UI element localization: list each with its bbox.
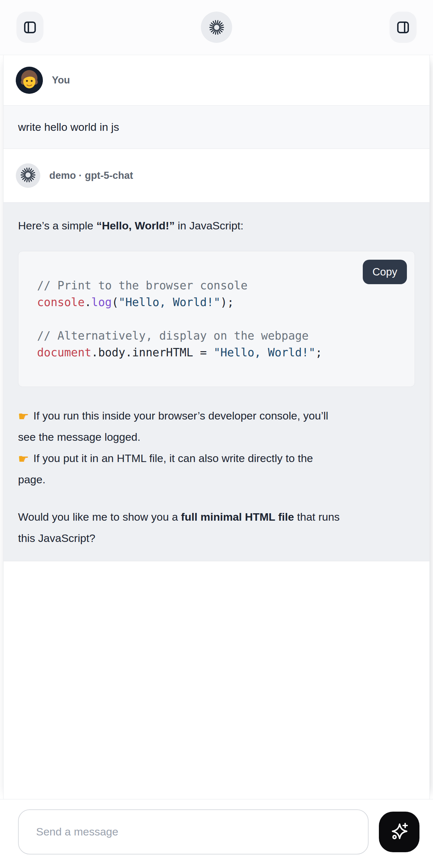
copy-code-button[interactable]: Copy: [363, 260, 407, 284]
top-bar: [0, 0, 433, 55]
composer-bar: [0, 799, 433, 868]
assistant-message: Here’s a simple “Hello, World!” in JavaS…: [4, 202, 429, 561]
assistant-intro-text: Here’s a simple “Hello, World!” in JavaS…: [18, 215, 415, 236]
sparkle-icon: [389, 820, 410, 843]
assistant-paragraph-2: Would you like me to show you a full min…: [18, 506, 415, 549]
panel-right-icon: [396, 20, 410, 35]
brand-button[interactable]: [201, 11, 232, 43]
sidebar-toggle-button[interactable]: [17, 11, 43, 43]
user-sender-label: You: [52, 74, 70, 86]
code-block: Copy // Print to the browser consolecons…: [18, 251, 415, 387]
message-input[interactable]: [18, 809, 369, 855]
user-avatar: [16, 67, 43, 94]
right-panel-toggle-button[interactable]: [390, 11, 416, 43]
code-content: // Print to the browser consoleconsole.l…: [37, 277, 396, 361]
starburst-icon: [21, 167, 35, 184]
send-button[interactable]: [379, 812, 420, 852]
chat-thread: You write hello world in js demo · gpt-5…: [3, 55, 430, 799]
user-message: write hello world in js: [4, 105, 429, 149]
starburst-icon: [209, 20, 224, 35]
assistant-sender-label: demo · gpt-5-chat: [49, 170, 133, 181]
assistant-message-header: demo · gpt-5-chat: [4, 149, 429, 202]
assistant-avatar: [16, 163, 40, 188]
person-emoji-icon: [16, 67, 43, 94]
panel-left-icon: [23, 20, 37, 35]
user-message-header: You: [4, 55, 429, 105]
assistant-paragraph-1: ☛ If you run this inside your browser’s …: [18, 405, 415, 490]
user-message-text: write hello world in js: [18, 121, 119, 133]
